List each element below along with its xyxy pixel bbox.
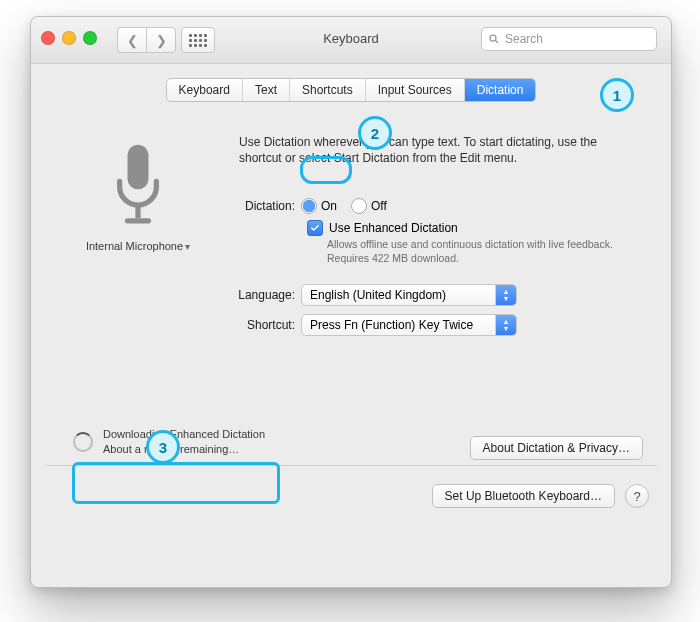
select-arrows-icon: ▲▼ bbox=[495, 285, 516, 305]
dictation-toggle-row: Dictation: On Off bbox=[31, 198, 387, 214]
spinner-icon bbox=[73, 432, 93, 452]
dictation-off-label: Off bbox=[371, 199, 387, 213]
check-icon bbox=[310, 223, 320, 233]
chevron-down-icon: ▾ bbox=[185, 241, 190, 252]
download-line2: About a minute remaining… bbox=[103, 442, 265, 456]
dictation-label: Dictation: bbox=[31, 199, 301, 213]
highlight-dictation-on bbox=[300, 156, 352, 184]
shortcut-label: Shortcut: bbox=[31, 318, 301, 332]
tab-input-sources[interactable]: Input Sources bbox=[366, 79, 465, 101]
svg-rect-2 bbox=[128, 145, 149, 190]
shortcut-row: Shortcut: Press Fn (Function) Key Twice … bbox=[31, 314, 517, 336]
language-value: English (United Kingdom) bbox=[310, 288, 446, 302]
enhanced-dictation-label: Use Enhanced Dictation bbox=[329, 221, 458, 235]
help-button[interactable]: ? bbox=[625, 484, 649, 508]
svg-rect-4 bbox=[125, 218, 151, 223]
svg-line-1 bbox=[495, 40, 498, 43]
titlebar: ❮ ❯ Keyboard Search bbox=[31, 17, 671, 64]
highlight-download-status bbox=[72, 462, 280, 504]
shortcut-value: Press Fn (Function) Key Twice bbox=[310, 318, 473, 332]
search-icon bbox=[488, 33, 500, 45]
about-dictation-button[interactable]: About Dictation & Privacy… bbox=[470, 436, 643, 460]
dictation-on-radio[interactable] bbox=[301, 198, 317, 214]
tab-bar: Keyboard Text Shortcuts Input Sources Di… bbox=[31, 78, 671, 102]
language-label: Language: bbox=[31, 288, 301, 302]
microphone-selector[interactable]: Internal Microphone▾ bbox=[73, 142, 203, 252]
annotation-2: 2 bbox=[358, 116, 392, 150]
tab-dictation[interactable]: Dictation bbox=[465, 79, 536, 101]
search-placeholder: Search bbox=[505, 32, 543, 46]
tab-text[interactable]: Text bbox=[243, 79, 290, 101]
dictation-off-radio[interactable] bbox=[351, 198, 367, 214]
microphone-label: Internal Microphone▾ bbox=[73, 240, 203, 252]
dictation-on-label: On bbox=[321, 199, 337, 213]
language-select[interactable]: English (United Kingdom) ▲▼ bbox=[301, 284, 517, 306]
setup-bluetooth-button[interactable]: Set Up Bluetooth Keyboard… bbox=[432, 484, 615, 508]
download-line1: Downloading Enhanced Dictation bbox=[103, 427, 265, 441]
select-arrows-icon: ▲▼ bbox=[495, 315, 516, 335]
language-row: Language: English (United Kingdom) ▲▼ bbox=[31, 284, 517, 306]
shortcut-select[interactable]: Press Fn (Function) Key Twice ▲▼ bbox=[301, 314, 517, 336]
enhanced-dictation-row: Use Enhanced Dictation bbox=[307, 220, 458, 236]
annotation-1: 1 bbox=[600, 78, 634, 112]
enhanced-dictation-subtext: Allows offline use and continuous dictat… bbox=[327, 238, 627, 265]
search-field[interactable]: Search bbox=[481, 27, 657, 51]
annotation-3: 3 bbox=[146, 430, 180, 464]
tab-shortcuts[interactable]: Shortcuts bbox=[290, 79, 366, 101]
tab-keyboard[interactable]: Keyboard bbox=[167, 79, 243, 101]
enhanced-dictation-checkbox[interactable] bbox=[307, 220, 323, 236]
svg-point-0 bbox=[490, 35, 496, 41]
dictation-description: Use Dictation wherever you can type text… bbox=[239, 134, 619, 166]
